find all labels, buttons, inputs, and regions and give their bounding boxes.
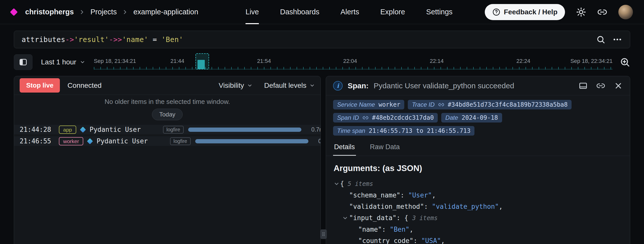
breadcrumb-projects[interactable]: Projects — [90, 8, 117, 16]
span-detail-panel: i Span: Pydantic User validate_python su… — [326, 76, 630, 244]
link-icon[interactable] — [438, 102, 444, 108]
query-bar[interactable]: attributes->'result'->>'name' = 'Ben' — [14, 31, 630, 48]
nav-dashboards[interactable]: Dashboards — [280, 0, 319, 24]
query-actions — [596, 34, 622, 45]
top-nav: LiveDashboardsAlertsExploreSettings — [230, 0, 453, 24]
dock-panel-icon[interactable] — [579, 81, 588, 90]
nav-explore[interactable]: Explore — [380, 0, 405, 24]
span-title: Pydantic User validate_python succeeded — [374, 82, 514, 90]
json-token: : — [424, 203, 432, 210]
json-token: : — [396, 214, 404, 222]
json-token: , — [499, 203, 503, 210]
share-link-icon[interactable] — [597, 7, 607, 17]
json-token: "User" — [408, 191, 432, 199]
log-time: 21:46:55 — [20, 137, 54, 145]
chevron-down-icon — [80, 59, 85, 65]
chevron-right-icon — [122, 9, 128, 15]
timeline-selection[interactable] — [195, 53, 209, 69]
duration-bar — [188, 128, 301, 132]
query-token: -> — [65, 35, 74, 44]
detail-content: Arguments: (as JSON) { 5 items"schema_na… — [326, 156, 630, 244]
collapse-chevron-icon[interactable] — [342, 215, 348, 221]
query-text[interactable]: attributes->'result'->>'name' = 'Ben' — [22, 35, 183, 44]
badge-value: #34bd8e51d73c3f4c8a189b72338a5ba8 — [448, 101, 568, 108]
log-title: Pydantic User — [97, 137, 148, 145]
default-levels-dropdown[interactable]: Default levels — [264, 82, 315, 90]
timeline-tick: 22:14 — [430, 58, 444, 64]
copy-link-icon[interactable] — [596, 81, 605, 90]
badge-label: Span ID — [337, 114, 359, 121]
timeline-track[interactable]: Sep 18, 21:34:2121:4421:5422:0422:1422:2… — [94, 53, 613, 71]
log-scope-tag: logfire — [163, 126, 184, 134]
nav-alerts[interactable]: Alerts — [341, 0, 359, 24]
feedback-help-button[interactable]: Feedback / Help — [485, 4, 565, 20]
arguments-json-tree: { 5 items"schema_name": "User","validati… — [334, 178, 622, 244]
query-token: ->> — [109, 35, 122, 44]
badge-value: #48eb2cdcdc317da0 — [372, 114, 434, 121]
json-token: "name" — [358, 226, 382, 233]
json-line: "country_code": "USA", — [334, 235, 622, 244]
metadata-badge: Date2024-09-18 — [441, 113, 502, 123]
help-icon — [492, 8, 500, 16]
live-panel-header: Stop live Connected Visibility Default l… — [14, 76, 320, 95]
json-line: "input_data": { 3 items — [334, 212, 622, 224]
nav-settings[interactable]: Settings — [426, 0, 453, 24]
link-icon[interactable] — [363, 115, 369, 121]
arguments-heading: Arguments: (as JSON) — [334, 164, 622, 173]
json-token: : — [413, 237, 421, 244]
metadata-badge: Service Nameworker — [333, 100, 404, 109]
panel-resize-handle[interactable] — [320, 229, 327, 239]
collapse-chevron-icon[interactable] — [334, 181, 340, 187]
span-metadata-badges: Service NameworkerTrace ID#34bd8e51d73c3… — [326, 95, 630, 137]
user-avatar[interactable] — [618, 5, 633, 19]
json-line: { 5 items — [334, 178, 622, 190]
timeline-tick: Sep 18, 21:34:21 — [94, 58, 136, 64]
close-icon[interactable] — [614, 81, 623, 90]
sidebar-toggle-button[interactable] — [14, 54, 32, 70]
timeline-tick: 22:04 — [343, 58, 357, 64]
log-time: 21:44:28 — [20, 126, 54, 133]
timeline-tick: Sep 18, 22:34:21 — [570, 58, 613, 64]
more-options-icon[interactable] — [612, 34, 622, 45]
visibility-label: Visibility — [219, 82, 244, 90]
json-token: "Ben" — [390, 226, 409, 233]
badge-value: 2024-09-18 — [462, 114, 498, 121]
breadcrumb-org[interactable]: christophergs — [25, 8, 74, 16]
logfire-logo-icon[interactable] — [10, 8, 18, 16]
timeline-ruler-ticks — [94, 67, 613, 69]
chevron-down-icon — [309, 83, 315, 88]
zoom-in-icon[interactable] — [620, 57, 630, 67]
badge-label: Service Name — [337, 101, 375, 108]
span-label: Span: — [348, 82, 369, 90]
timeline-activity-bars — [197, 60, 205, 69]
json-token: "validation_method" — [349, 203, 424, 210]
tab-raw-data[interactable]: Raw Data — [369, 140, 401, 156]
json-token: "input_data" — [349, 214, 396, 222]
tab-details[interactable]: Details — [333, 140, 356, 156]
log-row[interactable]: 21:44:28appPydantic Userlogfire0.7ms — [14, 125, 320, 134]
metadata-badge: Time span21:46:55.713 to 21:46:55.713 — [333, 126, 474, 136]
metadata-badge: Span ID#48eb2cdcdc317da0 — [333, 113, 438, 123]
timeline-bar: Last 1 hour Sep 18, 21:34:2121:4421:5422… — [14, 53, 630, 71]
json-token: , — [441, 237, 445, 244]
info-icon: i — [333, 81, 343, 91]
badge-label: Trace ID — [412, 101, 434, 108]
duration-bar — [195, 139, 308, 143]
time-range-label: Last 1 hour — [41, 58, 76, 66]
nav-live[interactable]: Live — [246, 0, 259, 24]
query-token: 'result' — [74, 35, 109, 44]
theme-toggle-icon[interactable] — [576, 7, 586, 17]
feedback-label: Feedback / Help — [504, 8, 557, 16]
topbar: christophergs Projects example-applicati… — [0, 0, 644, 24]
badge-value: worker — [379, 101, 400, 108]
panel-left-icon — [19, 58, 27, 66]
breadcrumb-app[interactable]: example-application — [133, 8, 198, 16]
pydantic-diamond-icon — [80, 127, 86, 133]
time-range-dropdown[interactable]: Last 1 hour — [39, 58, 87, 66]
stop-live-button[interactable]: Stop live — [20, 78, 60, 93]
visibility-dropdown[interactable]: Visibility — [219, 82, 253, 90]
search-icon[interactable] — [596, 35, 605, 44]
duration-bar-fill — [195, 139, 308, 143]
today-button[interactable]: Today — [152, 109, 183, 120]
log-row[interactable]: 21:46:55workerPydantic Userlogfire0.7ms — [14, 136, 320, 146]
